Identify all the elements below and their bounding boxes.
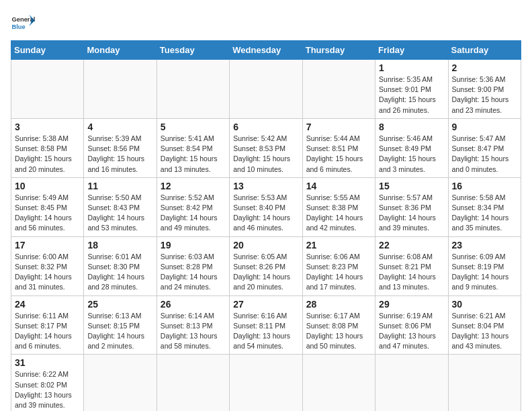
- day-number: 17: [15, 240, 80, 250]
- day-number: 13: [233, 181, 298, 191]
- day-info: Sunrise: 5:39 AM Sunset: 8:56 PM Dayligh…: [87, 134, 152, 175]
- day-number: 29: [379, 299, 444, 310]
- calendar-day-cell: [302, 355, 375, 411]
- logo-icon: General Blue: [11, 11, 35, 35]
- calendar-day-cell: [448, 355, 521, 411]
- day-number: 23: [452, 240, 517, 250]
- calendar-day-cell: 3Sunrise: 5:38 AM Sunset: 8:58 PM Daylig…: [11, 118, 84, 177]
- day-number: 18: [87, 240, 152, 250]
- day-info: Sunrise: 6:11 AM Sunset: 8:17 PM Dayligh…: [15, 311, 80, 352]
- calendar-day-cell: 22Sunrise: 6:08 AM Sunset: 8:21 PM Dayli…: [375, 236, 448, 295]
- calendar-day-cell: 23Sunrise: 6:09 AM Sunset: 8:19 PM Dayli…: [448, 236, 521, 295]
- svg-text:Blue: Blue: [11, 24, 25, 30]
- calendar-day-cell: 7Sunrise: 5:44 AM Sunset: 8:51 PM Daylig…: [302, 118, 375, 177]
- day-info: Sunrise: 6:05 AM Sunset: 8:26 PM Dayligh…: [233, 252, 298, 293]
- day-info: Sunrise: 6:14 AM Sunset: 8:13 PM Dayligh…: [161, 311, 226, 352]
- calendar-day-cell: [157, 355, 229, 411]
- day-number: 19: [161, 240, 226, 250]
- day-number: 21: [306, 240, 371, 250]
- calendar-day-cell: 18Sunrise: 6:01 AM Sunset: 8:30 PM Dayli…: [84, 236, 157, 295]
- calendar-day-cell: 14Sunrise: 5:55 AM Sunset: 8:38 PM Dayli…: [302, 177, 375, 236]
- calendar-week-row: 3Sunrise: 5:38 AM Sunset: 8:58 PM Daylig…: [11, 118, 521, 177]
- calendar-day-cell: 10Sunrise: 5:49 AM Sunset: 8:45 PM Dayli…: [11, 177, 84, 236]
- header-row: SundayMondayTuesdayWednesdayThursdayFrid…: [11, 41, 521, 60]
- calendar-week-row: 1Sunrise: 5:35 AM Sunset: 9:01 PM Daylig…: [11, 60, 521, 119]
- calendar-week-row: 10Sunrise: 5:49 AM Sunset: 8:45 PM Dayli…: [11, 177, 521, 236]
- day-number: 31: [15, 357, 80, 368]
- day-number: 2: [452, 62, 517, 73]
- day-info: Sunrise: 5:42 AM Sunset: 8:53 PM Dayligh…: [233, 134, 298, 175]
- day-number: 28: [306, 299, 371, 310]
- day-number: 12: [161, 181, 226, 191]
- calendar-day-cell: 21Sunrise: 6:06 AM Sunset: 8:23 PM Dayli…: [302, 236, 375, 295]
- day-number: 27: [233, 299, 298, 310]
- calendar-week-row: 17Sunrise: 6:00 AM Sunset: 8:32 PM Dayli…: [11, 236, 521, 295]
- day-info: Sunrise: 6:16 AM Sunset: 8:11 PM Dayligh…: [233, 311, 298, 352]
- day-info: Sunrise: 6:19 AM Sunset: 8:06 PM Dayligh…: [379, 311, 444, 352]
- calendar-day-cell: [11, 60, 84, 119]
- day-info: Sunrise: 5:58 AM Sunset: 8:34 PM Dayligh…: [452, 193, 517, 234]
- day-number: 16: [452, 181, 517, 191]
- calendar-week-row: 24Sunrise: 6:11 AM Sunset: 8:17 PM Dayli…: [11, 295, 521, 355]
- calendar-day-cell: 24Sunrise: 6:11 AM Sunset: 8:17 PM Dayli…: [11, 295, 84, 355]
- day-number: 1: [379, 62, 444, 73]
- calendar-day-cell: 19Sunrise: 6:03 AM Sunset: 8:28 PM Dayli…: [157, 236, 229, 295]
- day-number: 11: [87, 181, 152, 191]
- calendar-day-cell: 15Sunrise: 5:57 AM Sunset: 8:36 PM Dayli…: [375, 177, 448, 236]
- day-info: Sunrise: 5:41 AM Sunset: 8:54 PM Dayligh…: [161, 134, 226, 175]
- column-header-wednesday: Wednesday: [230, 41, 302, 60]
- calendar-day-cell: 13Sunrise: 5:53 AM Sunset: 8:40 PM Dayli…: [230, 177, 302, 236]
- day-info: Sunrise: 6:01 AM Sunset: 8:30 PM Dayligh…: [87, 252, 152, 293]
- column-header-saturday: Saturday: [448, 41, 521, 60]
- day-info: Sunrise: 5:46 AM Sunset: 8:49 PM Dayligh…: [379, 134, 444, 175]
- calendar-day-cell: 20Sunrise: 6:05 AM Sunset: 8:26 PM Dayli…: [230, 236, 302, 295]
- calendar-day-cell: 6Sunrise: 5:42 AM Sunset: 8:53 PM Daylig…: [230, 118, 302, 177]
- day-number: 15: [379, 181, 444, 191]
- calendar-day-cell: 1Sunrise: 5:35 AM Sunset: 9:01 PM Daylig…: [375, 60, 448, 119]
- calendar-day-cell: 2Sunrise: 5:36 AM Sunset: 9:00 PM Daylig…: [448, 60, 521, 119]
- day-number: 25: [87, 299, 152, 310]
- day-info: Sunrise: 5:49 AM Sunset: 8:45 PM Dayligh…: [15, 193, 80, 234]
- calendar-day-cell: 30Sunrise: 6:21 AM Sunset: 8:04 PM Dayli…: [448, 295, 521, 355]
- calendar-day-cell: [230, 60, 302, 119]
- day-info: Sunrise: 5:35 AM Sunset: 9:01 PM Dayligh…: [379, 75, 444, 116]
- day-info: Sunrise: 6:00 AM Sunset: 8:32 PM Dayligh…: [15, 252, 80, 293]
- day-number: 7: [306, 122, 371, 132]
- calendar-day-cell: 11Sunrise: 5:50 AM Sunset: 8:43 PM Dayli…: [84, 177, 157, 236]
- day-info: Sunrise: 5:53 AM Sunset: 8:40 PM Dayligh…: [233, 193, 298, 234]
- calendar-day-cell: 5Sunrise: 5:41 AM Sunset: 8:54 PM Daylig…: [157, 118, 229, 177]
- day-number: 5: [161, 122, 226, 132]
- day-info: Sunrise: 6:09 AM Sunset: 8:19 PM Dayligh…: [452, 252, 517, 293]
- day-info: Sunrise: 5:57 AM Sunset: 8:36 PM Dayligh…: [379, 193, 444, 234]
- day-number: 26: [161, 299, 226, 310]
- calendar-day-cell: 16Sunrise: 5:58 AM Sunset: 8:34 PM Dayli…: [448, 177, 521, 236]
- day-number: 6: [233, 122, 298, 132]
- day-number: 10: [15, 181, 80, 191]
- day-info: Sunrise: 6:22 AM Sunset: 8:02 PM Dayligh…: [15, 369, 80, 410]
- day-number: 3: [15, 122, 80, 132]
- column-header-friday: Friday: [375, 41, 448, 60]
- day-info: Sunrise: 6:03 AM Sunset: 8:28 PM Dayligh…: [161, 252, 226, 293]
- calendar-day-cell: [230, 355, 302, 411]
- day-info: Sunrise: 5:50 AM Sunset: 8:43 PM Dayligh…: [87, 193, 152, 234]
- day-info: Sunrise: 6:08 AM Sunset: 8:21 PM Dayligh…: [379, 252, 444, 293]
- calendar-day-cell: 27Sunrise: 6:16 AM Sunset: 8:11 PM Dayli…: [230, 295, 302, 355]
- calendar-day-cell: 8Sunrise: 5:46 AM Sunset: 8:49 PM Daylig…: [375, 118, 448, 177]
- calendar-day-cell: 31Sunrise: 6:22 AM Sunset: 8:02 PM Dayli…: [11, 355, 84, 411]
- day-number: 4: [87, 122, 152, 132]
- day-number: 9: [452, 122, 517, 132]
- day-number: 14: [306, 181, 371, 191]
- day-info: Sunrise: 5:44 AM Sunset: 8:51 PM Dayligh…: [306, 134, 371, 175]
- day-number: 20: [233, 240, 298, 250]
- header: General Blue: [11, 11, 521, 35]
- day-number: 24: [15, 299, 80, 310]
- day-number: 30: [452, 299, 517, 310]
- column-header-thursday: Thursday: [302, 41, 375, 60]
- column-header-tuesday: Tuesday: [157, 41, 229, 60]
- calendar-day-cell: [375, 355, 448, 411]
- calendar-table: SundayMondayTuesdayWednesdayThursdayFrid…: [11, 40, 521, 411]
- day-info: Sunrise: 5:36 AM Sunset: 9:00 PM Dayligh…: [452, 75, 517, 116]
- day-number: 22: [379, 240, 444, 250]
- day-number: 8: [379, 122, 444, 132]
- day-info: Sunrise: 5:55 AM Sunset: 8:38 PM Dayligh…: [306, 193, 371, 234]
